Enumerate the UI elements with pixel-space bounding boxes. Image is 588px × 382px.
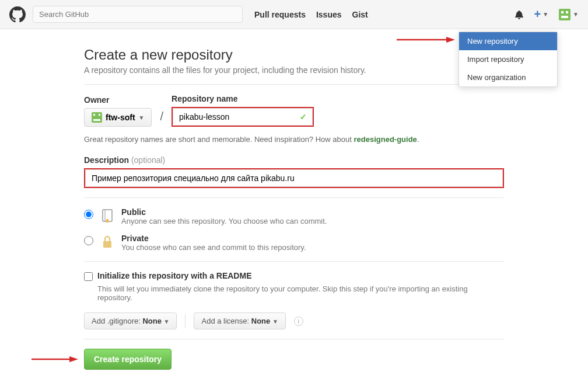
svg-rect-3 [561, 16, 568, 18]
repo-name-label: Repository name [172, 94, 314, 103]
dropdown-new-repository[interactable]: New repository [459, 32, 557, 50]
search-input[interactable] [33, 6, 243, 23]
init-readme-row: Initialize this repository with a README [84, 271, 504, 281]
init-readme-description: This will let you immediately clone the … [84, 284, 504, 302]
nav-pull-requests[interactable]: Pull requests [254, 10, 306, 19]
svg-rect-8 [99, 114, 100, 116]
svg-rect-1 [561, 11, 564, 13]
svg-marker-5 [446, 37, 455, 43]
create-dropdown: New repository Import repository New org… [459, 32, 558, 87]
create-menu-button[interactable]: +▼ [534, 8, 549, 21]
visibility-public-row: Public Anyone can see this repository. Y… [84, 207, 504, 225]
main-container: Create a new repository A repository con… [72, 29, 516, 382]
private-title: Private [121, 234, 306, 243]
public-radio[interactable] [84, 210, 93, 219]
caret-icon: ▼ [542, 11, 548, 18]
svg-rect-6 [92, 112, 102, 123]
visibility-private-row: Private You choose who can see and commi… [84, 234, 504, 252]
caret-icon: ▼ [164, 318, 170, 325]
notifications-icon[interactable] [514, 10, 524, 19]
annotation-arrow [397, 34, 455, 46]
caret-icon: ▼ [139, 114, 145, 121]
license-select[interactable]: Add a license: None ▼ [194, 312, 285, 329]
lock-icon [99, 234, 116, 250]
owner-select-button[interactable]: ftw-soft ▼ [84, 108, 152, 127]
owner-label: Owner [84, 95, 152, 105]
repo-name-hint: Great repository names are short and mem… [84, 135, 504, 144]
svg-rect-9 [93, 119, 100, 121]
description-highlight [84, 168, 504, 188]
vertical-divider [185, 314, 186, 328]
user-avatar-icon [559, 9, 570, 20]
init-readme-title: Initialize this repository with a README [97, 271, 251, 280]
create-repository-button[interactable]: Create repository [84, 349, 172, 370]
slash-separator: / [159, 110, 164, 127]
description-label: Description (optional) [84, 155, 165, 165]
private-description: You choose who can see and commit to thi… [121, 243, 306, 252]
svg-rect-13 [103, 241, 111, 248]
owner-repo-row: Owner ftw-soft ▼ / Repository name ✓ [84, 94, 504, 127]
divider [84, 261, 504, 262]
page-subtitle: A repository contains all the files for … [84, 65, 504, 75]
suggestion-link[interactable]: redesigned-guide [354, 135, 416, 144]
header-nav: Pull requests Issues Gist [254, 10, 368, 19]
user-menu-button[interactable]: ▼ [559, 9, 579, 20]
repo-icon [99, 207, 116, 224]
repo-name-highlight: ✓ [172, 107, 314, 127]
optional-text: (optional) [131, 155, 165, 165]
header-right: +▼ ▼ [514, 8, 579, 21]
divider [84, 339, 504, 339]
check-icon: ✓ [300, 112, 307, 121]
svg-marker-15 [69, 356, 78, 362]
info-icon[interactable]: i [294, 317, 303, 326]
github-logo-icon[interactable] [9, 6, 26, 23]
svg-rect-12 [106, 219, 108, 223]
public-title: Public [121, 207, 327, 217]
dropdown-new-organization[interactable]: New organization [459, 68, 557, 86]
annotation-arrow [32, 353, 78, 365]
svg-rect-7 [93, 114, 95, 116]
owner-name: ftw-soft [106, 113, 135, 122]
divider [84, 197, 504, 198]
repo-name-input[interactable] [173, 108, 313, 126]
init-readme-checkbox[interactable] [84, 272, 93, 281]
private-radio[interactable] [84, 236, 93, 245]
nav-issues[interactable]: Issues [316, 10, 342, 19]
owner-avatar-icon [92, 112, 102, 123]
svg-rect-0 [559, 9, 570, 20]
page-title: Create a new repository [84, 47, 504, 63]
public-description: Anyone can see this repository. You choo… [121, 217, 327, 225]
github-header: Pull requests Issues Gist +▼ ▼ [0, 0, 588, 29]
dropdown-import-repository[interactable]: Import repository [459, 50, 557, 68]
gitignore-select[interactable]: Add .gitignore: None ▼ [84, 312, 177, 329]
svg-rect-2 [566, 11, 568, 13]
nav-gist[interactable]: Gist [352, 10, 368, 19]
divider [84, 84, 504, 85]
caret-icon: ▼ [272, 318, 278, 325]
caret-icon: ▼ [573, 11, 579, 18]
description-input[interactable] [85, 169, 503, 187]
addons-row: Add .gitignore: None ▼ Add a license: No… [84, 312, 504, 329]
